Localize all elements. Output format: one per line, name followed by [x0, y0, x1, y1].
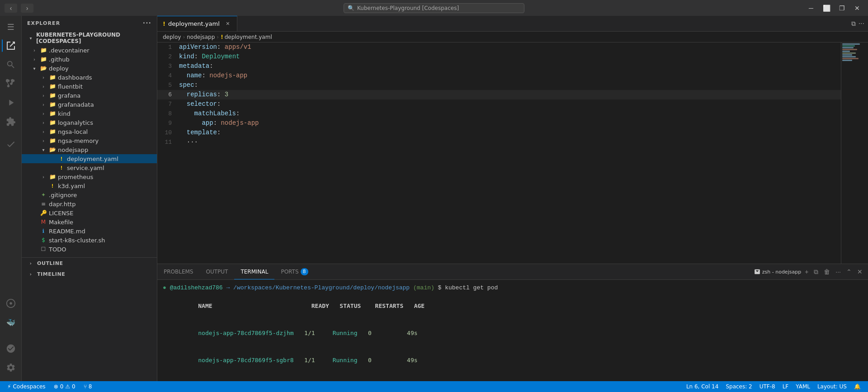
lang-status-item[interactable]: YAML — [792, 383, 814, 390]
terminal-pod-1: nodejs-app-78cd7869f5-dzjhm 1/1 Running … — [163, 320, 863, 347]
maximize-panel-button[interactable]: ⌃ — [844, 267, 854, 276]
code-line-3: 3 metadata: — [157, 61, 841, 71]
tree-item-dapr-http[interactable]: ≡ dapr.http — [22, 199, 157, 208]
terminal[interactable]: ● @adilshehzad786 → /workspaces/Kubernet… — [157, 280, 868, 381]
delete-terminal-button[interactable]: 🗑 — [822, 267, 832, 276]
breadcrumb-nodejsapp[interactable]: nodejsapp — [187, 34, 215, 40]
layout-status-item[interactable]: Layout: US — [814, 383, 850, 390]
account-activity-icon[interactable] — [2, 340, 20, 358]
breadcrumb-file[interactable]: !deployment.yaml — [221, 34, 272, 40]
run-activity-icon[interactable] — [2, 94, 20, 112]
layout-label: Layout: US — [817, 383, 847, 390]
check-activity-icon[interactable] — [2, 135, 20, 153]
split-terminal-button[interactable]: ⧉ — [812, 267, 820, 277]
tree-item-k3d-yaml[interactable]: ! k3d.yaml — [22, 181, 157, 190]
window-minimize-button[interactable]: ─ — [805, 4, 817, 13]
lang-label: YAML — [796, 383, 810, 390]
window-maximize-button[interactable]: ⬜ — [820, 4, 833, 13]
code-line-6: 6 replicas: 3 — [157, 90, 841, 99]
window-restore-button[interactable]: ❐ — [835, 4, 848, 13]
tree-item-todo[interactable]: ☐ TODO — [22, 245, 157, 254]
sidebar-content: KUBERNETES-PLAYGROUND [CODESPACES] 📁 .de… — [22, 30, 157, 381]
tab-actions: ⧉ ··· — [851, 16, 868, 31]
tree-item-devcontainer[interactable]: 📁 .devcontainer — [22, 46, 157, 55]
panel-tab-ports[interactable]: PORTS 8 — [274, 264, 314, 279]
code-editor[interactable]: 1 apiVersion: apps/v1 2 kind: Deployment… — [157, 43, 841, 264]
tree-item-gitignore[interactable]: ✦ .gitignore — [22, 190, 157, 199]
source-control-activity-icon[interactable] — [2, 75, 20, 93]
makefile-label: Makefile — [49, 219, 73, 226]
outline-section[interactable]: OUTLINE — [22, 258, 157, 269]
activity-bar-bottom: 🐳 — [2, 294, 20, 381]
todo-icon: ☐ — [40, 246, 47, 253]
tree-item-kind[interactable]: 📁 kind — [22, 109, 157, 118]
code-line-8: 8 matchLabels: — [157, 109, 841, 118]
notifications-status-item[interactable]: 🔔 — [850, 383, 864, 390]
tree-item-license[interactable]: 🔑 LICENSE — [22, 208, 157, 217]
remote-status-item[interactable]: ⑂ 8 — [80, 383, 96, 390]
more-panel-actions-button[interactable]: ··· — [834, 267, 843, 276]
start-sh-label: start-k8s-cluster.sh — [49, 237, 105, 244]
tree-item-grafana[interactable]: 📁 grafana — [22, 91, 157, 100]
statusbar-left: ⚡ Codespaces ⊗ 0 ⚠ 0 ⑂ 8 — [4, 383, 95, 390]
terminal-label: TERMINAL — [241, 269, 268, 275]
readme-icon: ℹ — [40, 227, 47, 235]
tab-deployment-yaml[interactable]: ! deployment.yaml ✕ — [157, 16, 237, 31]
minimap-content — [841, 43, 868, 62]
breadcrumb-deploy[interactable]: deploy — [163, 34, 181, 40]
panel-tab-problems[interactable]: PROBLEMS — [157, 264, 200, 279]
forward-button[interactable]: › — [21, 4, 33, 13]
tree-item-grafanadata[interactable]: 📁 grafanadata — [22, 100, 157, 109]
remote-activity-icon[interactable] — [2, 294, 20, 312]
tree-item-readme[interactable]: ℹ README.md — [22, 227, 157, 236]
more-tab-actions-icon[interactable]: ··· — [859, 20, 864, 27]
tree-item-prometheus[interactable]: 📁 prometheus — [22, 172, 157, 181]
extensions-activity-icon[interactable] — [2, 113, 20, 131]
tree-item-deployment-yaml[interactable]: ! deployment.yaml — [22, 154, 157, 163]
remote-count: 8 — [89, 383, 92, 390]
gitignore-icon: ✦ — [40, 191, 47, 198]
tree-item-nodejsapp[interactable]: 📂 nodejsapp — [22, 145, 157, 154]
close-panel-button[interactable]: ✕ — [855, 267, 864, 276]
tree-item-loganalytics[interactable]: 📁 loganalytics — [22, 118, 157, 127]
more-actions-icon[interactable]: ··· — [143, 19, 151, 27]
tab-close-button[interactable]: ✕ — [224, 20, 231, 28]
add-terminal-button[interactable]: + — [803, 267, 810, 276]
encoding-status-item[interactable]: UTF-8 — [756, 383, 779, 390]
workspace-root[interactable]: KUBERNETES-PLAYGROUND [CODESPACES] — [22, 30, 157, 46]
root-chevron — [27, 34, 34, 42]
panel-tabs: PROBLEMS OUTPUT TERMINAL PORTS 8 zsh - n… — [157, 264, 868, 280]
kind-chevron — [40, 110, 47, 117]
search-activity-icon[interactable] — [2, 56, 20, 74]
codespaces-status-item[interactable]: ⚡ Codespaces — [4, 383, 49, 390]
eol-status-item[interactable]: LF — [779, 383, 793, 390]
editor-main: 1 apiVersion: apps/v1 2 kind: Deployment… — [157, 43, 868, 264]
tree-item-service-yaml[interactable]: ! service.yaml — [22, 163, 157, 172]
nodejsapp-chevron — [40, 146, 47, 153]
tree-item-deploy[interactable]: 📂 deploy — [22, 64, 157, 73]
search-bar[interactable]: 🔍 Kubernetes-Playground [Codespaces] — [344, 3, 524, 13]
tree-item-fluentbit[interactable]: 📁 fluentbit — [22, 82, 157, 91]
explorer-activity-icon[interactable] — [2, 37, 20, 55]
errors-status-item[interactable]: ⊗ 0 ⚠ 0 — [50, 383, 79, 390]
panel-tab-terminal[interactable]: TERMINAL — [234, 264, 274, 279]
settings-activity-icon[interactable] — [2, 359, 20, 377]
split-editor-icon[interactable]: ⧉ — [851, 20, 856, 28]
window-close-button[interactable]: ✕ — [851, 4, 863, 13]
menu-activity-icon[interactable]: ☰ — [2, 18, 20, 36]
panel-tab-output[interactable]: OUTPUT — [200, 264, 235, 279]
tree-item-ngsa-local[interactable]: 📁 ngsa-local — [22, 127, 157, 136]
tree-item-ngsa-memory[interactable]: 📁 ngsa-memory — [22, 136, 157, 145]
tree-item-makefile[interactable]: M Makefile — [22, 217, 157, 227]
docker-activity-icon[interactable]: 🐳 — [2, 313, 20, 331]
timeline-label: TIMELINE — [37, 271, 65, 277]
grafanadata-chevron — [40, 101, 47, 108]
back-button[interactable]: ‹ — [5, 4, 17, 13]
spaces-status-item[interactable]: Spaces: 2 — [722, 383, 755, 390]
tree-item-github[interactable]: 📁 .github — [22, 55, 157, 64]
license-label: LICENSE — [49, 210, 74, 217]
timeline-section[interactable]: TIMELINE — [22, 269, 157, 279]
tree-item-start-sh[interactable]: $ start-k8s-cluster.sh — [22, 236, 157, 245]
tree-item-dashboards[interactable]: 📁 dashboards — [22, 73, 157, 82]
ln-col-status-item[interactable]: Ln 6, Col 14 — [683, 383, 722, 390]
